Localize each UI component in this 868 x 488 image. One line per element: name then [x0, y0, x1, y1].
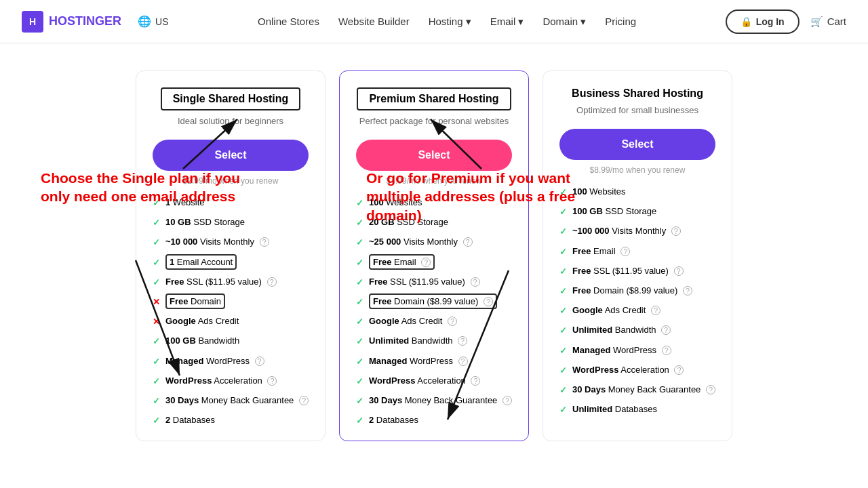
lock-icon: 🔒 [741, 16, 752, 27]
plan-business: Business Shared Hosting Optimized for sm… [542, 70, 732, 441]
info-icon[interactable]: ? [671, 226, 681, 236]
select-single-button[interactable]: Select [153, 140, 309, 171]
feature-single-domain: ✕ Free Domain [153, 296, 309, 308]
check-icon: ✓ [559, 325, 567, 337]
info-icon[interactable]: ? [674, 365, 684, 375]
plan-premium-header: Premium Shared Hosting Perfect package f… [356, 87, 512, 126]
logo[interactable]: H HOSTINGER [22, 11, 121, 33]
nav-online-stores[interactable]: Online Stores [258, 16, 319, 27]
cart-label: Cart [827, 16, 846, 27]
nav-pricing[interactable]: Pricing [605, 16, 636, 27]
feature-text: Free Domain ($8.99 value) ? [369, 296, 497, 308]
info-icon[interactable]: ? [683, 286, 692, 296]
feature-business-wordpress: ✓ Managed WordPress ? [559, 344, 715, 357]
info-icon[interactable]: ? [706, 385, 715, 394]
check-icon: ✓ [559, 226, 567, 238]
login-button[interactable]: 🔒 Log In [726, 9, 800, 34]
feature-premium-db: ✓ 2 Databases [356, 414, 512, 427]
info-icon[interactable]: ? [463, 237, 473, 247]
info-icon[interactable]: ? [471, 376, 480, 386]
info-icon[interactable]: ? [661, 325, 671, 335]
cart-button[interactable]: 🛒 Cart [810, 16, 846, 28]
feature-business-ssl: ✓ Free SSL ($11.95 value) ? [559, 265, 715, 278]
feature-text: Managed WordPress ? [572, 344, 671, 357]
info-icon[interactable]: ? [421, 258, 431, 267]
annotation-right: Or go for Premium if you want multiple a… [366, 169, 610, 224]
navbar: H HOSTINGER 🌐 US Online Stores Website B… [0, 0, 868, 43]
feature-single-wordpress: ✓ Managed WordPress ? [153, 355, 309, 368]
info-icon[interactable]: ? [662, 346, 671, 355]
feature-single-storage: ✓ 10 GB SSD Storage [153, 216, 309, 229]
feature-text: Free SSL ($11.95 value) ? [369, 276, 480, 288]
plan-business-name: Business Shared Hosting [559, 87, 715, 100]
locale-selector[interactable]: 🌐 US [138, 15, 168, 28]
nav-email[interactable]: Email ▾ [490, 16, 524, 28]
feature-text: 10 GB SSD Storage [165, 216, 245, 228]
check-icon: ✓ [153, 356, 160, 368]
info-icon[interactable]: ? [267, 277, 277, 287]
cross-icon: ✕ [153, 316, 160, 328]
feature-business-domain: ✓ Free Domain ($8.99 value) ? [559, 285, 715, 298]
nav-left: H HOSTINGER 🌐 US [22, 11, 168, 33]
info-icon[interactable]: ? [267, 376, 277, 386]
check-icon: ✓ [356, 375, 363, 388]
feature-single-guarantee: ✓ 30 Days Money Back Guarantee ? [153, 394, 309, 407]
feature-text: Google Ads Credit [165, 315, 239, 327]
plan-single-header: Single Shared Hosting Ideal solution for… [153, 87, 309, 126]
info-icon[interactable]: ? [458, 336, 467, 346]
feature-single-db: ✓ 2 Databases [153, 414, 309, 427]
feature-single-wp-accel: ✓ WordPress Acceleration ? [153, 375, 309, 388]
feature-text: Google Ads Credit ? [369, 315, 457, 327]
feature-text: Free Email ? [572, 245, 630, 258]
info-icon[interactable]: ? [299, 396, 309, 405]
check-icon: ✓ [356, 316, 363, 328]
check-icon: ✓ [356, 395, 363, 407]
select-business-button[interactable]: Select [559, 129, 715, 160]
feature-single-ssl: ✓ Free SSL ($11.95 value) ? [153, 276, 309, 289]
check-icon: ✓ [356, 356, 363, 368]
feature-single-email: ✓ 1 Email Account [153, 256, 309, 269]
feature-text: 30 Days Money Back Guarantee ? [165, 394, 309, 407]
info-icon[interactable]: ? [651, 306, 660, 315]
info-icon[interactable]: ? [458, 357, 468, 366]
globe-icon: 🌐 [138, 15, 151, 28]
check-icon: ✓ [356, 217, 363, 229]
info-icon[interactable]: ? [674, 266, 684, 276]
feature-premium-guarantee: ✓ 30 Days Money Back Guarantee ? [356, 394, 512, 407]
check-icon: ✓ [153, 395, 160, 407]
feature-business-email: ✓ Free Email ? [559, 245, 715, 258]
check-icon: ✓ [559, 345, 567, 357]
feature-text: Unlimited Databases [572, 403, 657, 415]
feature-premium-bandwidth: ✓ Unlimited Bandwidth ? [356, 335, 512, 348]
check-icon: ✓ [559, 246, 567, 258]
nav-domain[interactable]: Domain ▾ [542, 16, 586, 28]
nav-hosting[interactable]: Hosting ▾ [429, 16, 471, 28]
select-premium-button[interactable]: Select [356, 140, 512, 171]
check-icon: ✓ [356, 415, 363, 427]
check-icon: ✓ [153, 375, 160, 388]
info-icon[interactable]: ? [260, 237, 269, 247]
logo-text: HOSTINGER [49, 14, 121, 28]
feature-text: 2 Databases [165, 414, 215, 426]
locale-text: US [155, 16, 168, 27]
info-icon[interactable]: ? [484, 297, 493, 306]
feature-single-bandwidth: ✓ 100 GB Bandwidth [153, 335, 309, 348]
info-icon[interactable]: ? [471, 277, 480, 287]
feature-business-visits: ✓ ~100 000 Visits Monthly ? [559, 225, 715, 238]
plan-business-header: Business Shared Hosting Optimized for sm… [559, 87, 715, 115]
info-icon[interactable]: ? [448, 317, 457, 326]
feature-text: Free SSL ($11.95 value) ? [572, 265, 684, 277]
info-icon[interactable]: ? [620, 247, 630, 256]
feature-business-db: ✓ Unlimited Databases [559, 403, 715, 416]
feature-text: Free SSL ($11.95 value) ? [165, 276, 277, 288]
feature-premium-ssl: ✓ Free SSL ($11.95 value) ? [356, 276, 512, 289]
nav-website-builder[interactable]: Website Builder [338, 16, 410, 27]
feature-text: 1 Email Account [165, 256, 237, 268]
feature-text: WordPress Acceleration ? [369, 375, 480, 387]
info-icon[interactable]: ? [502, 396, 512, 405]
page-body: Choose the Single plan if you only need … [0, 43, 868, 455]
feature-text: Unlimited Bandwidth ? [572, 324, 671, 336]
info-icon[interactable]: ? [255, 357, 264, 366]
feature-premium-email: ✓ Free Email ? [356, 256, 512, 269]
plan-single-features: ✓ 1 Website ✓ 10 GB SSD Storage ✓ ~10 00… [153, 197, 309, 427]
